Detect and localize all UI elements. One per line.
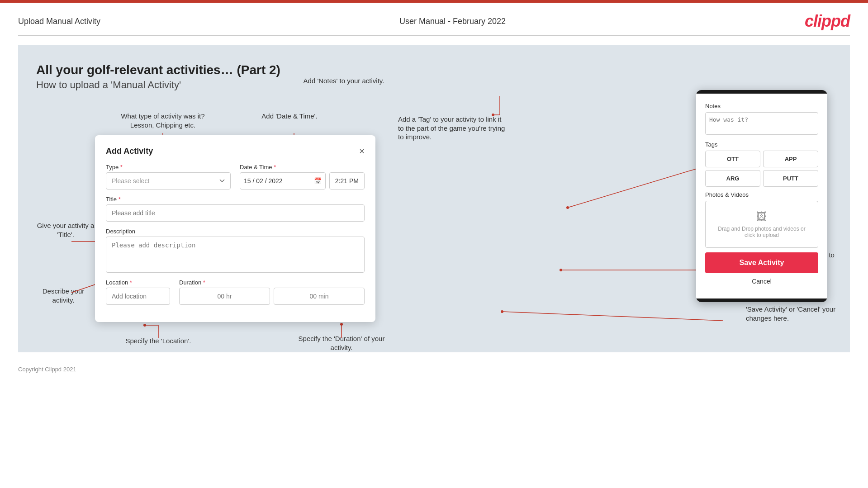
location-group: Location * xyxy=(106,279,170,305)
copyright: Copyright Clippd 2021 xyxy=(18,366,76,373)
phone-top-bar xyxy=(696,90,827,94)
title-label: Title * xyxy=(106,196,365,203)
upload-text: Drag and Drop photos and videos or click… xyxy=(715,226,809,238)
footer: Copyright Clippd 2021 xyxy=(0,361,868,377)
main-content: All your golf-relevant activities… (Part… xyxy=(18,45,850,352)
annotation-notes: Add 'Notes' to your activity. xyxy=(299,76,389,85)
annotation-describe: Describe your activity. xyxy=(34,287,93,304)
title-input[interactable] xyxy=(106,204,365,222)
annotation-save: 'Save Activity' or 'Cancel' your changes… xyxy=(746,305,845,322)
svg-line-22 xyxy=(502,312,723,321)
cancel-link[interactable]: Cancel xyxy=(705,273,818,289)
svg-point-19 xyxy=(566,206,569,209)
header-subtitle: User Manual - February 2022 xyxy=(399,17,506,26)
title-row: Title * xyxy=(106,196,365,222)
date-input[interactable]: 15 / 02 / 2022 📅 xyxy=(240,172,326,190)
type-datetime-row: Type * Please select Date & Time * 15 / … xyxy=(106,164,365,190)
calendar-icon: 📅 xyxy=(314,177,322,185)
description-row: Description xyxy=(106,228,365,273)
duration-hr-input[interactable] xyxy=(179,288,270,305)
phone-content: Notes Tags OTT APP ARG PUTT Photos & Vid… xyxy=(696,94,827,298)
annotation-location: Specify the 'Location'. xyxy=(118,336,199,346)
type-select[interactable]: Please select xyxy=(106,172,231,190)
page-title: Upload Manual Activity xyxy=(18,17,100,26)
logo: clippd xyxy=(805,12,850,31)
annotation-tag: Add a 'Tag' to your activity to link it … xyxy=(398,115,507,142)
location-input[interactable] xyxy=(106,288,170,305)
description-group: Description xyxy=(106,228,365,273)
tags-label: Tags xyxy=(705,141,818,148)
annotation-activity-type: What type of activity was it? Lesson, Ch… xyxy=(118,112,208,129)
save-activity-button[interactable]: Save Activity xyxy=(705,252,818,273)
svg-point-14 xyxy=(340,323,343,326)
close-button[interactable]: × xyxy=(359,146,365,156)
duration-inputs xyxy=(179,288,365,305)
type-label: Type * xyxy=(106,164,231,171)
add-activity-dialog: Add Activity × Type * Please select Date… xyxy=(95,135,375,322)
annotation-date-time: Add 'Date & Time'. xyxy=(249,112,330,121)
svg-point-23 xyxy=(501,310,503,313)
annotation-give-title: Give your activity a 'Title'. xyxy=(34,221,97,239)
header-divider xyxy=(18,35,850,36)
datetime-label: Date & Time * xyxy=(240,164,365,171)
duration-min-input[interactable] xyxy=(274,288,365,305)
section-subtitle: How to upload a 'Manual Activity' xyxy=(36,79,832,91)
svg-point-21 xyxy=(560,269,562,271)
tags-grid: OTT APP ARG PUTT xyxy=(705,151,818,187)
description-input[interactable] xyxy=(106,237,365,273)
title-group: Title * xyxy=(106,196,365,222)
date-time-inputs: 15 / 02 / 2022 📅 2:21 PM xyxy=(240,172,365,190)
duration-label: Duration * xyxy=(179,279,365,286)
header: Upload Manual Activity User Manual - Feb… xyxy=(0,3,868,35)
upload-icon: 🖼 xyxy=(715,210,809,223)
tag-arg[interactable]: ARG xyxy=(705,170,760,187)
notes-label: Notes xyxy=(705,103,818,109)
type-group: Type * Please select xyxy=(106,164,231,190)
photos-upload-area[interactable]: 🖼 Drag and Drop photos and videos or cli… xyxy=(705,201,818,248)
tag-putt[interactable]: PUTT xyxy=(763,170,818,187)
date-value: 15 / 02 / 2022 xyxy=(244,177,283,185)
svg-point-12 xyxy=(143,324,146,327)
location-label: Location * xyxy=(106,279,170,286)
time-input[interactable]: 2:21 PM xyxy=(329,172,365,190)
duration-group: Duration * xyxy=(179,279,365,305)
annotation-duration: Specify the 'Duration' of your activity. xyxy=(292,334,391,352)
tag-ott[interactable]: OTT xyxy=(705,151,760,167)
phone-bottom-bar xyxy=(696,298,827,302)
notes-input[interactable] xyxy=(705,112,818,135)
photos-label: Photos & Videos xyxy=(705,191,818,198)
dialog-title: Add Activity xyxy=(106,147,153,156)
description-label: Description xyxy=(106,228,365,235)
tag-app[interactable]: APP xyxy=(763,151,818,167)
phone-panel: Notes Tags OTT APP ARG PUTT Photos & Vid… xyxy=(696,90,827,302)
dialog-header: Add Activity × xyxy=(106,146,365,156)
section-title: All your golf-relevant activities… (Part… xyxy=(36,63,832,77)
location-duration-row: Location * Duration * xyxy=(106,279,365,305)
datetime-group: Date & Time * 15 / 02 / 2022 📅 2:21 PM xyxy=(240,164,365,190)
